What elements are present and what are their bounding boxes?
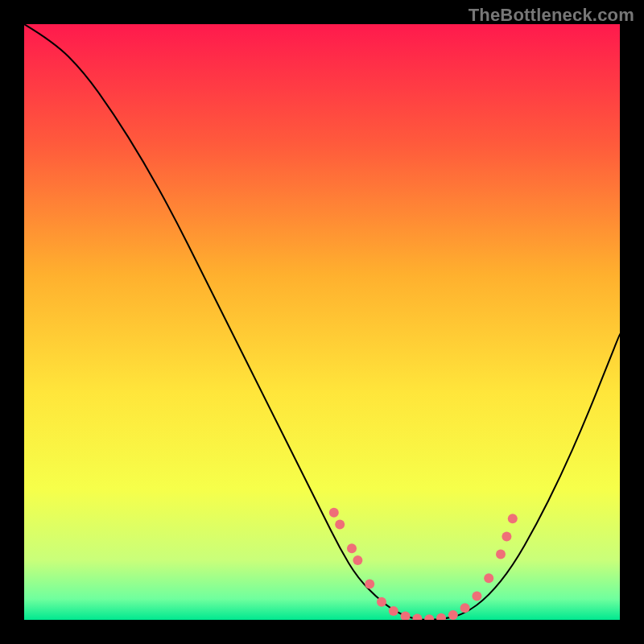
marker-point xyxy=(335,520,345,530)
marker-point xyxy=(329,508,339,518)
marker-point xyxy=(389,606,398,616)
chart-frame: TheBottleneck.com xyxy=(0,0,644,644)
marker-point xyxy=(448,610,458,620)
marker-point xyxy=(460,603,470,613)
marker-point xyxy=(347,543,357,553)
marker-point xyxy=(365,580,374,589)
watermark-text: TheBottleneck.com xyxy=(469,5,634,26)
marker-point xyxy=(472,591,481,601)
marker-point xyxy=(496,550,506,559)
marker-point xyxy=(484,573,493,583)
plot-area xyxy=(24,24,620,620)
marker-point xyxy=(502,531,511,541)
marker-point xyxy=(508,514,518,523)
marker-point xyxy=(353,555,362,565)
marker-point xyxy=(377,597,386,607)
chart-svg xyxy=(24,24,620,620)
